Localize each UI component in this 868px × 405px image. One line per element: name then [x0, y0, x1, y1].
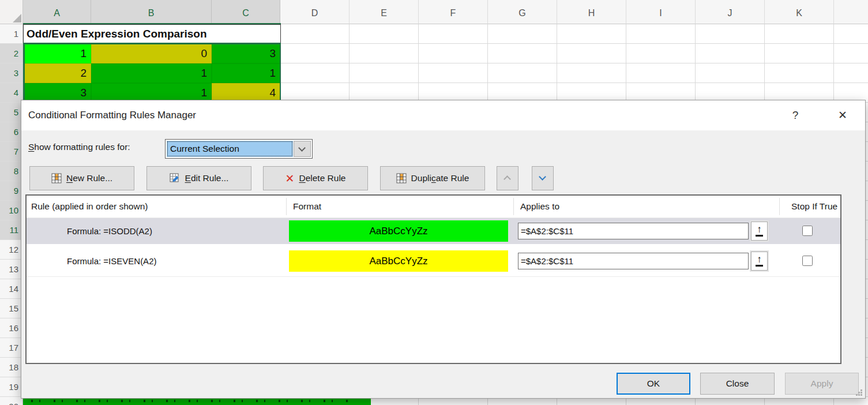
dialog-titlebar[interactable]: Conditional Formatting Rules Manager ? ✕	[21, 100, 865, 130]
table-grid-icon	[51, 173, 62, 183]
select-all-triangle-icon	[13, 14, 21, 22]
dropdown-selected-value: Current Selection	[167, 141, 293, 157]
format-preview: AaBbCcYyZz	[289, 220, 508, 242]
ok-button[interactable]: OK	[617, 373, 690, 395]
close-icon[interactable]: ✕	[833, 107, 852, 124]
chevron-down-icon	[298, 144, 306, 152]
column-header-clipped[interactable]	[834, 0, 868, 24]
applies-to-input[interactable]	[518, 223, 749, 239]
cell-a1-title[interactable]: Odd/Even Expression Comparison	[23, 24, 281, 44]
duplicate-rule-button[interactable]: Duplicate Rule	[380, 166, 485, 190]
row-header-11[interactable]: 11	[0, 220, 23, 240]
red-x-icon: ✕	[285, 173, 295, 184]
row-header-17[interactable]: 17	[0, 338, 23, 358]
delete-rule-label: Delete Rule	[299, 173, 345, 183]
rule-description: Formula: =ISODD(A2)	[67, 218, 152, 244]
table-grid-icon	[396, 173, 407, 183]
format-preview: AaBbCcYyZz	[289, 250, 508, 272]
move-rule-down-button[interactable]	[532, 166, 554, 190]
selection-border-top	[23, 43, 281, 44]
show-label-accel: S	[28, 142, 34, 152]
column-header-J[interactable]: J	[696, 0, 765, 24]
column-header-A[interactable]: A	[23, 0, 91, 24]
row-header-1[interactable]: 1	[0, 24, 23, 44]
column-header-E[interactable]: E	[350, 0, 419, 24]
dropdown-arrow-button[interactable]	[294, 141, 311, 157]
row-header-6[interactable]: 6	[0, 122, 23, 142]
row-header-14[interactable]: 14	[0, 279, 23, 299]
row-header-2[interactable]: 2	[0, 44, 23, 63]
column-header-G[interactable]: G	[488, 0, 557, 24]
col-header-applies-to: Applies to	[520, 196, 559, 217]
column-header-C[interactable]: C	[212, 0, 280, 24]
show-rules-for-label: Show formatting rules for:	[28, 142, 130, 152]
selected-columns-underline	[23, 23, 281, 24]
row-header-13[interactable]: 13	[0, 260, 23, 279]
dialog-title: Conditional Formatting Rules Manager	[28, 100, 196, 130]
row-header-10[interactable]: 10	[0, 201, 23, 220]
row-header-3[interactable]: 3	[0, 63, 23, 83]
resize-grip[interactable]	[855, 389, 863, 396]
row-header-18[interactable]: 18	[0, 358, 23, 377]
partial-row-20	[23, 399, 371, 405]
header-separator	[286, 198, 287, 215]
collapse-dialog-button[interactable]: ↑	[751, 222, 768, 241]
chevron-up-icon	[503, 175, 511, 183]
row-header-12[interactable]: 12	[0, 240, 23, 260]
sheet-cell[interactable]: 3	[212, 44, 280, 63]
stop-if-true-checkbox[interactable]	[802, 256, 813, 266]
collapse-arrow-icon: ↑	[756, 224, 763, 237]
col-header-stop-if-true: Stop If True	[791, 196, 837, 217]
applies-to-input[interactable]	[518, 253, 749, 269]
column-header-F[interactable]: F	[419, 0, 488, 24]
collapse-dialog-button[interactable]: ↑	[751, 252, 768, 271]
select-all-corner[interactable]	[0, 0, 23, 24]
sheet-cell[interactable]: 1	[91, 63, 212, 83]
edit-rule-label: Edit Rule...	[185, 173, 229, 183]
move-rule-up-button[interactable]	[497, 166, 518, 190]
show-label-rest: how formatting rules for:	[34, 142, 130, 152]
row-header-16[interactable]: 16	[0, 318, 23, 338]
header-separator	[779, 198, 780, 215]
table-pencil-icon	[170, 173, 181, 183]
row-header-19[interactable]: 19	[0, 377, 23, 397]
header-separator	[513, 198, 514, 215]
row-header-20[interactable]: 20	[0, 397, 23, 405]
column-header-I[interactable]: I	[626, 0, 696, 24]
column-header-B[interactable]: B	[91, 0, 212, 24]
rule-row-iseven[interactable]: Formula: =ISEVEN(A2) AaBbCcYyZz ↑	[27, 248, 840, 274]
collapse-arrow-icon: ↑	[756, 254, 763, 267]
new-rule-label: New Rule...	[66, 173, 112, 183]
row-header-4[interactable]: 4	[0, 83, 23, 103]
edit-rule-button[interactable]: Edit Rule...	[146, 166, 251, 190]
show-rules-dropdown[interactable]: Current Selection	[165, 139, 313, 159]
row-header-9[interactable]: 9	[0, 181, 23, 201]
sheet-cell[interactable]: 0	[91, 44, 212, 63]
sheet-cell[interactable]: 1	[212, 63, 280, 83]
excel-window: ABCDEFGHIJK 1234567891011121314151617181…	[0, 0, 868, 405]
sheet-cell[interactable]: 1	[23, 44, 91, 63]
row-header-15[interactable]: 15	[0, 299, 23, 318]
rule-row-isodd[interactable]: Formula: =ISODD(A2) AaBbCcYyZz ↑	[27, 218, 840, 244]
sheet-cell[interactable]: 2	[23, 63, 91, 83]
rule-description: Formula: =ISEVEN(A2)	[67, 248, 156, 274]
rules-list: Rule (applied in order shown) Format App…	[25, 194, 841, 364]
row-header-5[interactable]: 5	[0, 103, 23, 122]
close-button[interactable]: Close	[700, 373, 775, 395]
clipped-text-marks	[31, 400, 354, 402]
stop-if-true-checkbox[interactable]	[802, 226, 813, 236]
column-header-H[interactable]: H	[557, 0, 626, 24]
row-header-7[interactable]: 7	[0, 142, 23, 162]
cf-rules-manager-dialog: Conditional Formatting Rules Manager ? ✕…	[21, 100, 866, 399]
help-icon[interactable]: ?	[786, 107, 805, 124]
selection-border-left	[23, 43, 25, 100]
delete-rule-button[interactable]: ✕ Delete Rule	[263, 166, 368, 190]
row-header-8[interactable]: 8	[0, 162, 23, 181]
apply-button-disabled: Apply	[785, 373, 859, 395]
col-header-format: Format	[293, 196, 321, 217]
column-header-K[interactable]: K	[765, 0, 834, 24]
column-header-D[interactable]: D	[280, 0, 350, 24]
duplicate-rule-label: Duplicate Rule	[411, 173, 469, 183]
row-divider	[27, 276, 840, 277]
new-rule-button[interactable]: New Rule...	[29, 166, 134, 190]
